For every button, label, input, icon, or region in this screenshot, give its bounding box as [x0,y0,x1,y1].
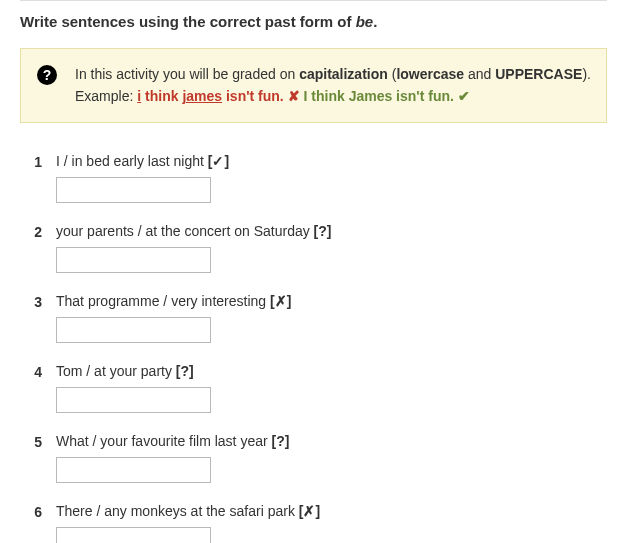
answer-input[interactable] [56,317,211,343]
example-label: Example: [75,88,137,104]
question-prompt: I / in bed early last night [✓] [56,153,607,169]
wrong-example: i think james isn't fun. [137,88,287,104]
prompt-marker: [✓] [208,153,229,169]
question-prompt: There / any monkeys at the safari park [… [56,503,607,519]
questions-list: 1 I / in bed early last night [✓] 2 your… [20,153,607,543]
info-capitalization: capitalization [299,66,388,82]
question-prompt: That programme / very interesting [✗] [56,293,607,309]
instruction-italic: be [356,13,374,30]
info-paren-close: ). [582,66,591,82]
prompt-text: I / in bed early last night [56,153,208,169]
prompt-marker: [✗] [299,503,320,519]
prompt-text: Tom / at your party [56,363,176,379]
question-number: 2 [28,223,42,240]
question-prompt: What / your favourite film last year [?] [56,433,607,449]
help-icon: ? [37,65,57,85]
wrong-think: think [141,88,182,104]
question-number: 3 [28,293,42,310]
info-lowercase: lowercase [396,66,464,82]
question-item: 4 Tom / at your party [?] [28,363,607,413]
question-prompt: your parents / at the concert on Saturda… [56,223,607,239]
prompt-text: That programme / very interesting [56,293,270,309]
answer-input[interactable] [56,527,211,543]
cross-icon: ✘ [288,88,300,104]
prompt-text: What / your favourite film last year [56,433,272,449]
right-example: I think James isn't fun. [304,88,458,104]
instruction-heading: Write sentences using the correct past f… [20,13,607,30]
wrong-james: james [182,88,222,104]
instruction-prefix: Write sentences using the correct past f… [20,13,356,30]
info-and: and [464,66,495,82]
prompt-marker: [?] [314,223,332,239]
info-box: ? In this activity you will be graded on… [20,48,607,123]
answer-input[interactable] [56,247,211,273]
prompt-marker: [?] [272,433,290,449]
prompt-text: There / any monkeys at the safari park [56,503,299,519]
answer-input[interactable] [56,387,211,413]
question-number: 4 [28,363,42,380]
question-item: 6 There / any monkeys at the safari park… [28,503,607,543]
instruction-suffix: . [373,13,377,30]
question-number: 1 [28,153,42,170]
question-prompt: Tom / at your party [?] [56,363,607,379]
wrong-rest: isn't fun. [222,88,288,104]
answer-input[interactable] [56,177,211,203]
question-item: 2 your parents / at the concert on Satur… [28,223,607,273]
prompt-marker: [✗] [270,293,291,309]
answer-input[interactable] [56,457,211,483]
question-item: 3 That programme / very interesting [✗] [28,293,607,343]
info-text: In this activity you will be graded on c… [75,63,591,108]
prompt-marker: [?] [176,363,194,379]
prompt-text: your parents / at the concert on Saturda… [56,223,314,239]
question-item: 5 What / your favourite film last year [… [28,433,607,483]
question-item: 1 I / in bed early last night [✓] [28,153,607,203]
info-pre: In this activity you will be graded on [75,66,299,82]
check-icon: ✔ [458,88,470,104]
question-number: 5 [28,433,42,450]
question-number: 6 [28,503,42,520]
info-uppercase: UPPERCASE [495,66,582,82]
